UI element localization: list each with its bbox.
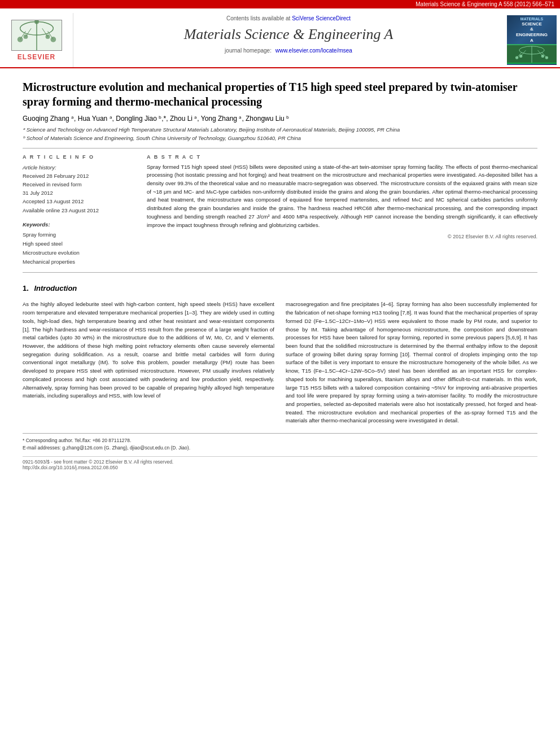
article-history-block: Article history: Received 28 February 20… xyxy=(23,163,135,215)
section-1-heading: 1. Introduction xyxy=(23,284,537,292)
section-number: 1. xyxy=(23,284,29,292)
divider-after-abstract xyxy=(23,272,537,273)
keyword-4: Mechanical properties xyxy=(23,257,135,267)
journal-badge-area: MATERIALS SCIENCE & ENGINEERING A xyxy=(504,13,560,67)
svg-point-22 xyxy=(545,56,548,59)
article-info-abstract-section: A R T I C L E I N F O Article history: R… xyxy=(23,154,537,267)
svg-point-21 xyxy=(541,55,544,58)
homepage-link[interactable]: www.elsevier.com/locate/msea xyxy=(275,47,352,54)
badge-line5: A xyxy=(530,38,533,43)
intro-text-right: macrosegregation and fine precipitates [… xyxy=(286,300,537,425)
svg-point-10 xyxy=(50,36,56,42)
svg-point-7 xyxy=(17,36,23,42)
revised-label: Received in revised form xyxy=(23,180,135,189)
article-body: Microstructure evolution and mechanical … xyxy=(0,68,560,482)
page: Materials Science & Engineering A 558 (2… xyxy=(0,0,560,747)
intro-col-right: macrosegregation and fine precipitates [… xyxy=(286,300,537,425)
svg-point-20 xyxy=(519,55,522,58)
footnote-area: * Corresponding author. Tel./fax: +86 20… xyxy=(23,433,537,452)
sciverse-link[interactable]: SciVerse ScienceDirect xyxy=(292,15,351,21)
footer-issn: 0921-5093/$ - see front matter © 2012 El… xyxy=(23,459,537,465)
history-label: Article history: xyxy=(23,163,135,172)
badge-line3: & xyxy=(530,27,533,32)
journal-badge: MATERIALS SCIENCE & ENGINEERING A xyxy=(507,15,557,65)
journal-title-area: Contents lists available at SciVerse Sci… xyxy=(73,13,504,67)
elsevier-logo-image xyxy=(11,20,62,51)
abstract-column: A B S T R A C T Spray formed T15 high sp… xyxy=(147,154,537,267)
abstract-label: A B S T R A C T xyxy=(147,154,537,160)
authors-line: Guoqing Zhang ᵃ, Hua Yuan ᵃ, Dongling Ji… xyxy=(23,115,537,123)
section-title: Introduction xyxy=(34,284,77,292)
elsevier-wordmark: ELSEVIER xyxy=(18,53,55,61)
elsevier-logo: ELSEVIER xyxy=(11,20,62,61)
keyword-3: Microstructure evolution xyxy=(23,248,135,257)
intro-col-left: As the highly alloyed ledeburite steel w… xyxy=(23,300,274,425)
journal-citation-bar: Materials Science & Engineering A 558 (2… xyxy=(0,0,560,8)
keywords-title: Keywords: xyxy=(23,220,135,229)
received-date: Received 28 February 2012 xyxy=(23,172,135,180)
svg-point-11 xyxy=(34,20,39,24)
copyright-line: © 2012 Elsevier B.V. All rights reserved… xyxy=(147,234,537,239)
affiliation-a: ᵃ Science and Technology on Advanced Hig… xyxy=(23,126,537,133)
journal-citation-text: Materials Science & Engineering A 558 (2… xyxy=(415,1,554,7)
badge-line2: SCIENCE xyxy=(522,21,542,27)
badge-line4: ENGINEERING xyxy=(516,32,548,38)
badge-line1: MATERIALS xyxy=(520,16,543,21)
keyword-1: Spray forming xyxy=(23,230,135,239)
intro-text-left: As the highly alloyed ledeburite steel w… xyxy=(23,300,274,400)
keywords-block: Keywords: Spray forming High speed steel… xyxy=(23,220,135,267)
email-label: E-mail addresses: xyxy=(23,445,61,451)
homepage-text: journal homepage: xyxy=(225,47,272,54)
email-1: g.zhang@126.com (G. Zhang), xyxy=(62,445,128,451)
article-info-column: A R T I C L E I N F O Article history: R… xyxy=(23,154,135,267)
affiliation-b: ᵇ School of Materials Science and Engine… xyxy=(23,134,537,142)
intro-two-column: As the highly alloyed ledeburite steel w… xyxy=(23,300,537,425)
article-info-label: A R T I C L E I N F O xyxy=(23,154,135,160)
email-2: djiao@scut.edu.cn (D. Jiao). xyxy=(130,445,190,451)
footer-doi: http://dx.doi.org/10.1016/j.msea.2012.08… xyxy=(23,465,537,470)
abstract-text: Spray formed T15 high speed steel (HSS) … xyxy=(147,163,537,230)
journal-main-title: Materials Science & Engineering A xyxy=(184,26,393,43)
article-title: Microstructure evolution and mechanical … xyxy=(23,80,537,109)
keyword-2: High speed steel xyxy=(23,239,135,248)
page-footer: 0921-5093/$ - see front matter © 2012 El… xyxy=(23,456,537,470)
email-addresses: E-mail addresses: g.zhang@126.com (G. Zh… xyxy=(23,444,537,452)
elsevier-logo-area: ELSEVIER xyxy=(0,13,73,67)
journal-homepage-line: journal homepage: www.elsevier.com/locat… xyxy=(225,47,352,54)
contents-available-line: Contents lists available at SciVerse Sci… xyxy=(226,15,351,21)
contents-text: Contents lists available at xyxy=(226,15,290,21)
badge-decoration xyxy=(507,44,557,64)
available-date: Available online 23 August 2012 xyxy=(23,206,135,215)
corresponding-author: * Corresponding author. Tel./fax: +86 20… xyxy=(23,437,537,444)
introduction-section: 1. Introduction As the highly alloyed le… xyxy=(23,284,537,425)
svg-point-19 xyxy=(515,56,518,59)
journal-header: ELSEVIER Contents lists available at Sci… xyxy=(0,8,560,68)
svg-point-8 xyxy=(23,34,28,39)
revised-date: 31 July 2012 xyxy=(23,189,135,197)
accepted-date: Accepted 13 August 2012 xyxy=(23,197,135,206)
divider-after-affiliations xyxy=(23,148,537,148)
svg-point-9 xyxy=(45,34,50,39)
